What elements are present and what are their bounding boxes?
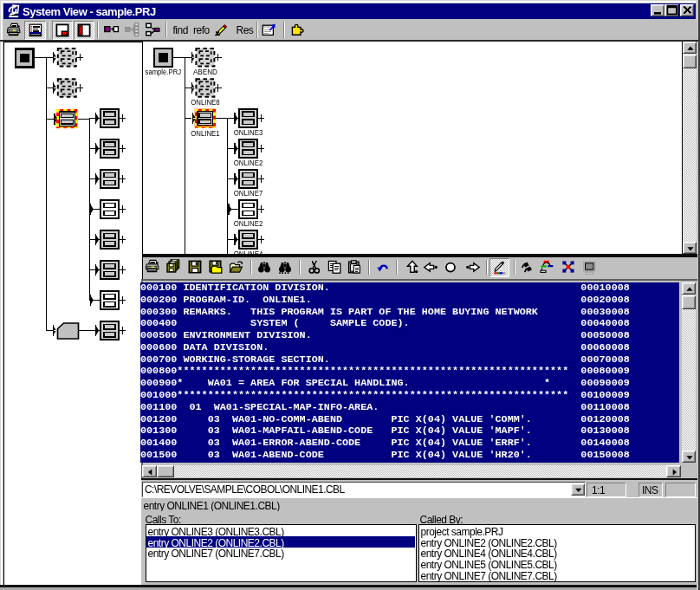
svg-text:ONLINE2: ONLINE2 — [234, 159, 263, 167]
svg-text:ONLINE2: ONLINE2 — [234, 219, 263, 228]
svg-text:sample.PRJ: sample.PRJ — [146, 68, 182, 76]
svg-text:ONLINE1: ONLINE1 — [191, 129, 220, 138]
svg-text:ONLINE7: ONLINE7 — [234, 189, 263, 198]
svg-text:ABEND: ABEND — [193, 68, 217, 76]
svg-text:ONLINE3: ONLINE3 — [234, 128, 263, 137]
svg-text:ONLINE8: ONLINE8 — [191, 98, 220, 107]
